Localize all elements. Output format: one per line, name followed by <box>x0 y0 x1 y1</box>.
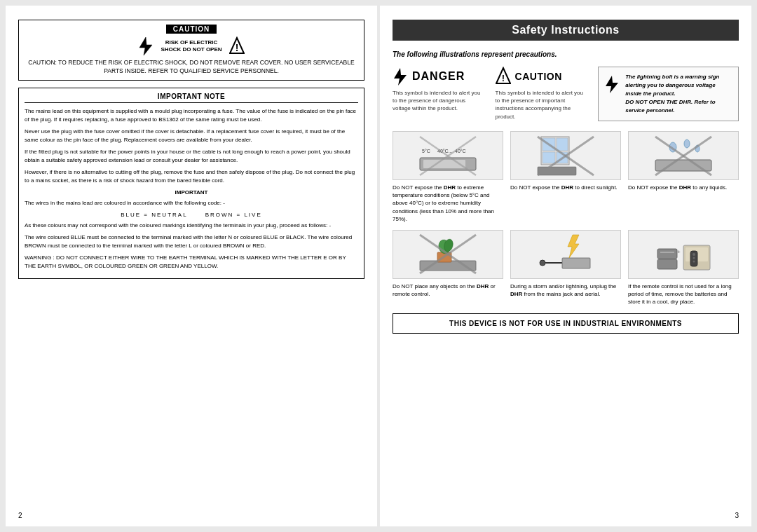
intro-text: The following illustrations represent pr… <box>393 50 739 58</box>
color-code-text: The wires in the mains lead are coloured… <box>25 199 358 207</box>
color-row: BLUE = NEUTRAL BROWN = LIVE <box>25 211 358 219</box>
svg-rect-17 <box>543 152 555 163</box>
precaution-sunlight: Do NOT expose the DHR to direct sunlight… <box>510 131 621 223</box>
note-1: The mains lead on this equipment is supp… <box>25 107 358 124</box>
warning-block: The lightning bolt is a warning sign ale… <box>598 67 739 121</box>
exclaim-icon: ! <box>229 36 245 56</box>
important-note-content: The mains lead on this equipment is supp… <box>25 107 358 271</box>
svg-rect-45 <box>657 259 677 269</box>
svg-text:5°C: 5°C <box>422 149 430 154</box>
note-3: If the fitted plug is not suitable for t… <box>25 148 358 165</box>
svg-marker-6 <box>606 76 618 93</box>
industrial-notice: THIS DEVICE IS NOT FOR USE IN INDUSTRIAL… <box>393 313 739 334</box>
danger-caution-row: DANGER This symbol is intended to alert … <box>393 67 739 121</box>
svg-rect-16 <box>557 138 568 151</box>
sunlight-image <box>510 131 621 180</box>
svg-text:!: ! <box>235 42 238 53</box>
temperature-image: 5°C 40°C 40°C... <box>393 131 503 180</box>
svg-marker-0 <box>139 37 152 55</box>
remote-text: If the remote control is not used for a … <box>628 282 739 306</box>
precaution-storm: During a storm and/or lightning, unplug … <box>510 230 621 306</box>
right-page-number: 3 <box>735 512 739 519</box>
page-title: Safety Instructions <box>393 20 739 41</box>
svg-text:!: ! <box>501 73 504 83</box>
storm-image <box>510 230 621 279</box>
color-code-section: IMPORTANT The wires in the mains lead ar… <box>25 189 358 271</box>
danger-label: DANGER <box>412 70 465 83</box>
caution-risk-text: RISK OF ELECTRIC SHOCK DO NOT OPEN <box>161 39 221 54</box>
remote-image: + <box>628 230 739 279</box>
caution-body-text: CAUTION: TO REDUCE THE RISK OF ELECTRIC … <box>25 59 358 76</box>
warning-inner: The lightning bolt is a warning sign ale… <box>604 73 732 115</box>
storm-text: During a storm and/or lightning, unplug … <box>510 282 621 298</box>
danger-lightning-icon <box>393 67 408 86</box>
svg-point-41 <box>693 253 695 256</box>
precaution-liquid: Do NOT expose the DHR to any liquids. <box>628 131 739 223</box>
liquid-image <box>628 131 739 180</box>
sunlight-text: Do NOT expose the DHR to direct sunlight… <box>510 184 621 191</box>
danger-title-row: DANGER <box>393 67 484 86</box>
objects-image <box>393 230 503 279</box>
svg-point-24 <box>684 139 690 148</box>
svg-point-35 <box>540 260 545 266</box>
temperature-text: Do NOT expose the DHR to extreme tempera… <box>393 184 503 223</box>
warning-bold: The lightning bolt is a warning sign ale… <box>625 73 732 98</box>
color-note-3: WARNING : DO NOT CONNECT EITHER WIRE TO … <box>25 254 358 271</box>
svg-point-43 <box>693 261 695 263</box>
remote-diagram: + <box>652 231 715 277</box>
caution-box: CAUTION RISK OF ELECTRIC SHOCK DO NOT OP… <box>18 20 364 81</box>
svg-rect-44 <box>657 249 677 259</box>
liquid-diagram <box>652 133 715 179</box>
precaution-remote: + If the remote control is not used for … <box>628 230 739 306</box>
important-label: IMPORTANT <box>25 189 358 197</box>
svg-rect-36 <box>562 258 590 268</box>
caution-label: CAUTION <box>515 71 562 82</box>
important-note-header: IMPORTANT NOTE <box>25 93 358 103</box>
color-note-1: As these colours may not correspond with… <box>25 221 358 230</box>
precaution-grid-row2: Do NOT place any objects on the DHR or r… <box>393 230 739 306</box>
left-page: CAUTION RISK OF ELECTRIC SHOCK DO NOT OP… <box>6 6 377 526</box>
danger-block: DANGER This symbol is intended to alert … <box>393 67 484 121</box>
storm-diagram <box>534 231 597 277</box>
caution-header: CAUTION <box>166 25 217 34</box>
caution-desc: This symbol is intended to alert you to … <box>496 89 587 121</box>
danger-desc: This symbol is intended to alert you to … <box>393 89 484 113</box>
liquid-text: Do NOT expose the DHR to any liquids. <box>628 184 739 191</box>
color-note-2: The wire coloured BLUE must be connected… <box>25 233 358 250</box>
svg-marker-37 <box>568 235 579 258</box>
precaution-grid-row1: 5°C 40°C 40°C... Do NOT expose the DHR t… <box>393 131 739 223</box>
svg-point-42 <box>693 257 695 259</box>
note-4: However, if there is no alternative to c… <box>25 168 358 185</box>
left-page-number: 2 <box>18 512 22 519</box>
caution-triangle-icon: ! <box>496 67 511 86</box>
important-note-box: IMPORTANT NOTE The mains lead on this eq… <box>18 88 364 279</box>
warning-text: The lightning bolt is a warning sign ale… <box>625 73 732 115</box>
objects-diagram <box>416 231 479 277</box>
warning-sub: DO NOT OPEN THE DHR. Refer to service pe… <box>625 98 732 115</box>
caution-title-row: ! CAUTION <box>496 67 587 86</box>
sunlight-diagram <box>534 133 597 179</box>
precaution-objects: Do NOT place any objects on the DHR or r… <box>393 230 503 306</box>
warning-lightning-icon <box>604 74 620 94</box>
temperature-diagram: 5°C 40°C 40°C... <box>416 133 479 179</box>
lightning-icon <box>138 36 154 56</box>
caution-icons-row: RISK OF ELECTRIC SHOCK DO NOT OPEN ! <box>138 36 244 56</box>
precaution-temperature: 5°C 40°C 40°C... Do NOT expose the DHR t… <box>393 131 503 223</box>
right-page: Safety Instructions The following illust… <box>380 6 751 526</box>
objects-text: Do NOT place any objects on the DHR or r… <box>393 282 503 298</box>
caution-block-right: ! CAUTION This symbol is intended to ale… <box>496 67 587 121</box>
svg-text:+: + <box>677 249 681 255</box>
svg-marker-3 <box>394 68 407 86</box>
note-2: Never use the plug with the fuse cover o… <box>25 128 358 144</box>
